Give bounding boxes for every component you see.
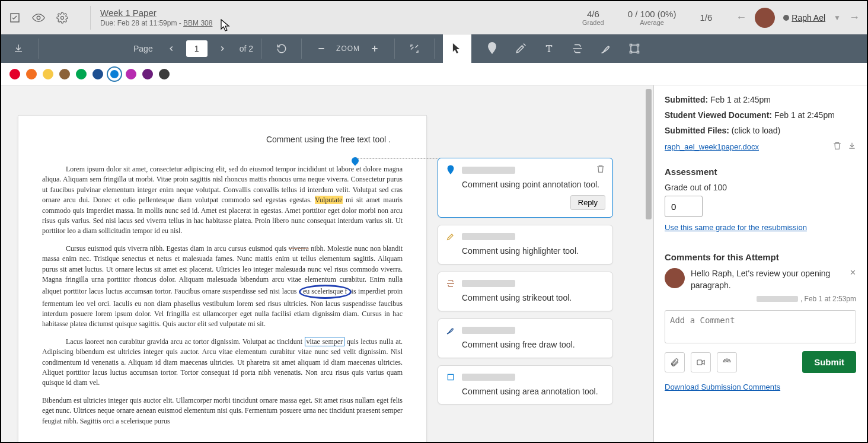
document-viewer[interactable]: Comment using the free text tool . Lorem…	[1, 85, 653, 442]
submitted-file-link[interactable]: raph_ael_week1paper.docx	[665, 142, 825, 151]
stat-count: 1/6	[700, 12, 712, 23]
annotation-toolbar: Page of 2 ZOOM	[1, 34, 867, 63]
delete-comment-icon[interactable]	[596, 164, 605, 176]
stat-average-label: Average	[628, 19, 676, 26]
color-green[interactable]	[76, 69, 87, 79]
point-tool-icon[interactable]	[478, 34, 506, 63]
download-file-icon[interactable]	[848, 141, 856, 152]
viewed-value: Feb 1 at 2:45pm	[774, 110, 835, 120]
visibility-icon[interactable]	[32, 11, 45, 24]
same-grade-link[interactable]: Use this same grade for the resubmission	[665, 223, 807, 232]
delete-file-icon[interactable]	[832, 141, 842, 152]
comment-card-freedraw[interactable]: Comment using free draw tool.	[438, 318, 613, 358]
settings-gear-icon[interactable]	[56, 11, 69, 24]
comment-text: Comment using strikeout tool.	[462, 292, 605, 304]
student-dropdown-caret[interactable]: ▼	[834, 14, 841, 22]
freedraw-annotation[interactable]: eu scelerisque f	[299, 285, 352, 298]
student-avatar[interactable]	[755, 8, 775, 28]
commenter-name-redacted	[462, 374, 515, 381]
svg-rect-6	[630, 52, 632, 53]
status-dot-icon	[783, 15, 789, 21]
strikeout-annotation[interactable]: viverra	[289, 244, 309, 253]
download-comments-link[interactable]: Download Submission Comments	[665, 383, 780, 391]
cursor-icon	[221, 19, 231, 35]
document-page: Comment using the free text tool . Lorem…	[18, 115, 427, 442]
color-magenta[interactable]	[126, 69, 136, 79]
attach-file-icon[interactable]	[665, 352, 685, 372]
zoom-in-icon[interactable]	[363, 37, 386, 60]
media-record-icon[interactable]	[691, 352, 711, 372]
commenter-name-redacted	[462, 327, 515, 334]
audio-record-icon[interactable]	[717, 352, 737, 372]
strikeout-tool-icon[interactable]	[564, 34, 591, 63]
student-name: Raph Ael	[792, 13, 825, 23]
reply-button[interactable]: Reply	[570, 195, 605, 210]
comment-card-point[interactable]: Comment using point annotation tool. Rep…	[438, 158, 613, 218]
color-darkblue[interactable]	[92, 69, 103, 79]
rotate-icon[interactable]	[270, 37, 293, 60]
student-name-wrap[interactable]: Raph Ael	[783, 13, 825, 23]
stat-count-value: 1/6	[700, 12, 712, 23]
color-blue[interactable]	[109, 69, 120, 79]
freedraw-tool-icon[interactable]	[592, 34, 620, 63]
cursor-tool-icon[interactable]	[443, 34, 471, 63]
student-nav: ← Raph Ael ▼ →	[736, 8, 860, 28]
assignment-title[interactable]: Week 1 Paper	[100, 8, 212, 18]
grade-input[interactable]	[665, 196, 703, 217]
paragraph-1: Lorem ipsum dolor sit amet, consectetur …	[42, 164, 403, 237]
svg-rect-4	[630, 44, 632, 46]
page-label: Page	[133, 44, 153, 53]
area-tool-icon[interactable]	[621, 34, 648, 63]
stat-graded: 4/6 Graded	[582, 9, 604, 26]
due-prefix: Due:	[100, 19, 117, 27]
download-icon[interactable]	[7, 37, 30, 60]
delete-comment-icon[interactable]: ✕	[850, 268, 856, 277]
comment-card-area[interactable]: Comment using area annotation tool.	[438, 365, 613, 405]
area-icon	[445, 372, 456, 383]
svg-point-2	[61, 16, 64, 19]
course-link[interactable]: BBM 308	[183, 19, 212, 27]
prev-page-icon[interactable]	[160, 37, 183, 60]
color-purple[interactable]	[142, 69, 153, 79]
page-input[interactable]	[186, 40, 208, 57]
comments-title: Comments for this Attempt	[665, 252, 856, 262]
comment-body: Hello Raph, Let's review your opening pa…	[691, 268, 856, 291]
comment-text: Comment using point annotation tool.	[462, 179, 605, 190]
due-line: Due: Feb 28 at 11:59pm - BBM 308	[100, 19, 212, 27]
file-row: raph_ael_week1paper.docx	[665, 141, 856, 152]
color-orange[interactable]	[26, 69, 37, 79]
p3-text-a: Lacus laoreet non curabitur gravida arcu…	[66, 337, 305, 346]
next-page-icon[interactable]	[211, 37, 234, 60]
highlight-tool-icon[interactable]	[507, 34, 534, 63]
color-brown[interactable]	[59, 69, 70, 79]
next-student-arrow[interactable]: →	[849, 11, 860, 24]
color-yellow[interactable]	[43, 69, 53, 79]
vertical-scrollbar[interactable]	[644, 85, 653, 442]
comment-card-strikeout[interactable]: Comment using strikeout tool.	[438, 272, 613, 311]
color-black[interactable]	[159, 69, 170, 79]
files-row: Submitted Files: (click to load)	[665, 126, 856, 135]
comment-avatar	[665, 268, 685, 288]
comment-date: , Feb 1 at 2:53pm	[800, 295, 856, 303]
files-label: Submitted Files:	[665, 126, 729, 135]
prev-student-arrow[interactable]: ←	[736, 11, 746, 24]
color-red[interactable]	[9, 69, 20, 79]
comment-meta: , Feb 1 at 2:53pm	[691, 295, 856, 303]
submitted-row: Submitted: Feb 1 at 2:45pm	[665, 95, 856, 104]
add-comment-input[interactable]	[665, 310, 856, 343]
zoom-out-icon[interactable]	[310, 37, 333, 60]
free-text-annotation[interactable]: Comment using the free text tool .	[266, 133, 391, 145]
comment-card-highlight[interactable]: Comment using highlighter tool.	[438, 225, 613, 264]
submit-button[interactable]: Submit	[802, 351, 856, 373]
highlight-annotation[interactable]: Vulputate	[315, 196, 343, 204]
area-annotation[interactable]: vitae semper	[305, 337, 345, 346]
text-tool-icon[interactable]	[535, 34, 563, 63]
fullscreen-icon[interactable]	[403, 37, 426, 60]
header-stats: 4/6 Graded 0 / 100 (0%) Average 1/6	[582, 9, 712, 26]
assignment-title-block: Week 1 Paper Due: Feb 28 at 11:59pm - BB…	[100, 8, 212, 27]
grade-label: Grade out of 100	[665, 183, 856, 192]
main-area: Comment using the free text tool . Lorem…	[1, 85, 867, 442]
svg-rect-8	[448, 374, 453, 380]
gradebook-icon[interactable]	[8, 11, 21, 24]
svg-rect-7	[637, 52, 639, 53]
